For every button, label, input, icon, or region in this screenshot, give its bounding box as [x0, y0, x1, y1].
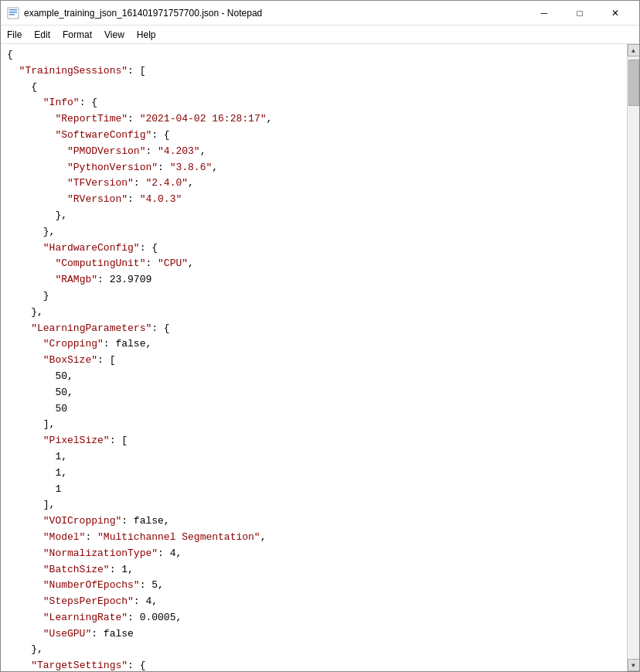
svg-rect-3 — [9, 14, 15, 15]
json-content: { "TrainingSessions": [ { "Info": { "Rep… — [7, 47, 621, 671]
svg-rect-2 — [9, 12, 17, 13]
scroll-track[interactable] — [628, 56, 639, 659]
scroll-up-button[interactable]: ▲ — [628, 44, 640, 56]
maximize-button[interactable]: □ — [562, 1, 597, 26]
menu-edit[interactable]: Edit — [28, 28, 56, 42]
notepad-window: example_training_json_161401971757700.js… — [0, 0, 640, 672]
scroll-down-button[interactable]: ▼ — [628, 659, 640, 671]
vertical-scrollbar[interactable]: ▲ ▼ — [627, 44, 639, 671]
menu-view[interactable]: View — [98, 28, 131, 42]
minimize-button[interactable]: ─ — [526, 1, 562, 26]
menu-format[interactable]: Format — [56, 28, 98, 42]
menu-help[interactable]: Help — [131, 28, 162, 42]
window-controls: ─ □ ✕ — [526, 1, 633, 26]
app-icon — [7, 7, 19, 19]
window-title: example_training_json_161401971757700.js… — [24, 8, 262, 19]
text-editor[interactable]: { "TrainingSessions": [ { "Info": { "Rep… — [1, 44, 627, 671]
title-bar-left: example_training_json_161401971757700.js… — [7, 7, 262, 19]
scroll-thumb[interactable] — [628, 60, 639, 106]
title-bar: example_training_json_161401971757700.js… — [1, 1, 639, 26]
menu-bar: File Edit Format View Help — [1, 26, 639, 44]
close-button[interactable]: ✕ — [597, 1, 633, 26]
menu-file[interactable]: File — [1, 28, 28, 42]
content-area: { "TrainingSessions": [ { "Info": { "Rep… — [1, 44, 639, 671]
svg-rect-1 — [9, 9, 17, 11]
